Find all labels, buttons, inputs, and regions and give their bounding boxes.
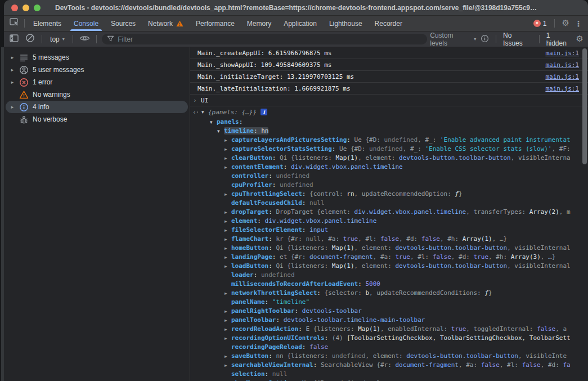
disclosure-triangle[interactable]: ▸ <box>225 307 231 316</box>
javascript-context-selector[interactable]: top ▾ <box>47 35 68 43</box>
clear-console-button[interactable] <box>24 34 37 45</box>
disclosure-triangle[interactable]: ▸ <box>225 289 231 298</box>
property-value: DropTarget {element: <box>276 208 354 216</box>
property-value: : <box>302 226 309 234</box>
source-link[interactable]: main.js:1 <box>545 85 579 92</box>
tab-lighthouse[interactable]: Lighthouse <box>323 16 369 31</box>
tab-recorder[interactable]: Recorder <box>369 16 409 31</box>
disclosure-triangle[interactable]: ▸ <box>225 352 231 361</box>
tab-network[interactable]: Network <box>142 16 190 31</box>
disclosure-triangle[interactable]: ▾ <box>201 109 208 115</box>
inspect-element-button[interactable] <box>10 18 20 29</box>
disclosure-triangle[interactable]: ▾ <box>217 127 224 136</box>
tree-row-panelName: panelName: "timeline" <box>190 298 588 307</box>
expand-arrow-icon[interactable]: ▸ <box>10 55 15 60</box>
property-value: devtools-toolbar <box>302 307 362 315</box>
property-value: , #a: <box>373 253 396 261</box>
tab-elements[interactable]: Elements <box>27 16 68 31</box>
info-icon[interactable] <box>481 34 489 44</box>
console-message: Main._lateInitialization: 1.6669921875 m… <box>190 83 588 95</box>
disclosure-triangle[interactable]: ▸ <box>225 136 231 145</box>
disclosure-triangle[interactable]: ▸ <box>225 235 231 244</box>
tree-row-controller: controller: undefined <box>190 172 588 181</box>
property-value: Qi {listeners: <box>276 262 331 270</box>
property-value: Ue {#D: <box>354 136 384 144</box>
evaluated-info-badge[interactable]: i <box>261 109 267 115</box>
network-warning-icon <box>176 20 183 27</box>
property-value: , #d: <box>541 361 563 369</box>
kebab-menu-icon[interactable]: ⋮ <box>574 19 582 28</box>
source-link[interactable]: main.js:1 <box>545 61 579 69</box>
tree-row-captureSelectorStatsSetting: ▸captureSelectorStatsSetting: Ue {#D: un… <box>190 145 588 154</box>
property-key: controller <box>231 172 268 180</box>
disclosure-triangle[interactable]: ▸ <box>225 262 231 271</box>
source-link[interactable]: main.js:1 <box>545 50 579 57</box>
expand-arrow-icon[interactable]: ▸ <box>10 104 15 110</box>
error-count-badge[interactable]: × 1 <box>533 20 547 28</box>
property-key: timeline <box>224 127 254 135</box>
disclosure-triangle[interactable]: ▸ <box>225 361 231 370</box>
tree-row-cpuThrottlingSelect: ▸cpuThrottlingSelect: {control: rn, upda… <box>190 190 588 199</box>
tab-console[interactable]: Console <box>68 16 105 31</box>
property-value: : <box>265 298 272 306</box>
sidebar-item-user-messages[interactable]: ▸5 user messages <box>6 64 188 76</box>
tab-label: Recorder <box>375 20 402 28</box>
sidebar-item-errors[interactable]: ▸1 error <box>6 76 188 88</box>
tab-application[interactable]: Application <box>277 16 323 31</box>
minimize-window-button[interactable] <box>23 5 29 11</box>
source-link[interactable]: main.js:1 <box>545 73 579 80</box>
sidebar-item-label: 4 info <box>33 103 49 111</box>
filter-input[interactable] <box>118 35 422 43</box>
property-value: : <box>302 190 309 198</box>
disclosure-triangle[interactable]: ▸ <box>225 325 231 334</box>
disclosure-triangle[interactable]: ▸ <box>225 190 231 199</box>
settings-gear-icon[interactable]: ⚙ <box>562 19 569 28</box>
disclosure-triangle[interactable]: ▸ <box>225 253 231 262</box>
sidebar-item-messages[interactable]: ▸5 messages <box>6 51 188 64</box>
property-key: selection <box>231 370 265 378</box>
tab-sources[interactable]: Sources <box>105 16 142 31</box>
command-chevron-icon: › <box>193 97 201 104</box>
close-window-button[interactable] <box>11 5 18 11</box>
disclosure-triangle[interactable]: ▸ <box>225 226 231 235</box>
tree-row-fileSelectorElement: ▸fileSelectorElement: input <box>190 226 588 235</box>
property-value: document-fragment <box>395 361 459 369</box>
title-bar: DevTools - devtools://devtools/bundled/d… <box>4 0 588 16</box>
property-value: : <box>272 253 280 261</box>
disclosure-triangle[interactable]: ▸ <box>225 334 231 343</box>
zoom-window-button[interactable] <box>34 5 41 11</box>
tab-memory[interactable]: Memory <box>241 16 277 31</box>
disclosure-triangle[interactable]: ▸ <box>225 217 231 226</box>
property-key: saveButton <box>231 352 268 360</box>
property-value: : <box>268 208 276 216</box>
disclosure-triangle[interactable]: ▾ <box>210 118 217 127</box>
message-text: Main._createAppUI: 6.615966796875 ms <box>198 50 331 57</box>
sidebar-item-info[interactable]: ▸4 info <box>6 101 188 113</box>
console-sidebar-toggle-button[interactable] <box>7 34 21 45</box>
divider <box>554 19 555 28</box>
issues-link[interactable]: No Issues <box>503 32 532 47</box>
create-live-expression-button[interactable] <box>78 34 92 45</box>
sidebar-item-verbose[interactable]: No verbose <box>6 113 188 125</box>
disclosure-triangle[interactable]: ▸ <box>225 379 231 381</box>
property-value: div.widget.vbox.panel.timeline <box>291 163 403 171</box>
disclosure-triangle[interactable]: ▸ <box>225 163 231 172</box>
console-settings-gear-icon[interactable]: ⚙ <box>576 35 583 43</box>
vertical-scrollbar-thumb[interactable] <box>582 48 587 164</box>
disclosure-triangle[interactable]: ▸ <box>225 208 231 217</box>
devtools-tab-bar: ElementsConsoleSourcesNetworkPerformance… <box>4 16 588 32</box>
property-value: 5000 <box>365 280 380 288</box>
tab-performance[interactable]: Performance <box>190 16 241 31</box>
sidebar-item-warnings[interactable]: No warnings <box>6 88 188 101</box>
property-value: , #h: <box>440 235 463 243</box>
log-levels-dropdown[interactable]: Custom levels ▾ <box>430 32 476 47</box>
disclosure-triangle[interactable]: ▸ <box>225 316 231 325</box>
property-value: undefined <box>384 136 418 144</box>
expand-arrow-icon[interactable]: ▸ <box>10 79 15 85</box>
disclosure-triangle[interactable]: ▸ <box>225 244 231 253</box>
disclosure-triangle[interactable]: ▸ <box>225 145 231 154</box>
property-value: , m <box>559 208 571 216</box>
property-value: true <box>451 325 466 333</box>
expand-arrow-icon[interactable]: ▸ <box>10 67 15 73</box>
disclosure-triangle[interactable]: ▸ <box>225 154 231 163</box>
